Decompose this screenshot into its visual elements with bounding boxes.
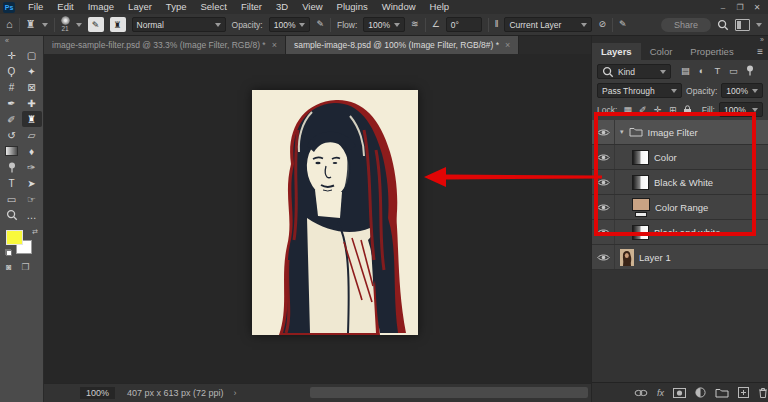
zoom-level-field[interactable]: 100%	[80, 387, 115, 399]
layer-row-image-filter[interactable]: ▾Image Filter	[592, 120, 768, 145]
link-layers-icon[interactable]	[634, 389, 648, 397]
layer-thumbnail[interactable]	[632, 175, 649, 190]
lock-position-icon[interactable]: ✛	[651, 105, 664, 115]
active-tool-icon[interactable]: ♜	[26, 19, 36, 30]
visibility-toggle[interactable]	[592, 145, 615, 169]
dodge-tool[interactable]	[2, 159, 22, 175]
blend-mode-select[interactable]: Normal	[132, 17, 226, 32]
quick-mask-button[interactable]: ◙	[6, 262, 11, 272]
filter-toggle-icon[interactable]	[743, 65, 756, 78]
healing-brush-tool[interactable]: ✚	[22, 95, 42, 111]
canvas-pasteboard[interactable]	[44, 54, 592, 384]
zoom-tool[interactable]	[2, 207, 22, 223]
layer-thumbnail[interactable]	[632, 225, 649, 240]
screen-mode-button[interactable]: ❐	[21, 262, 29, 272]
opacity-field[interactable]: 100%	[269, 17, 311, 32]
chevron-down-icon[interactable]	[76, 23, 82, 27]
filter-type-layers-icon[interactable]: T	[711, 65, 724, 78]
visibility-toggle[interactable]	[592, 220, 615, 244]
panel-tab-layers[interactable]: Layers	[592, 43, 641, 60]
brush-settings-panel-button[interactable]: ✎	[88, 17, 104, 32]
pressure-opacity-icon[interactable]: ✎	[316, 20, 324, 29]
visibility-toggle[interactable]	[592, 245, 615, 269]
eraser-tool[interactable]: ▱	[22, 127, 42, 143]
canvas-image[interactable]	[252, 90, 418, 335]
default-colors-icon[interactable]	[5, 249, 12, 256]
opacity-field[interactable]: 100%	[721, 83, 763, 98]
new-adjustment-layer-icon[interactable]	[695, 387, 706, 398]
filter-pixel-layers-icon[interactable]: ▤	[679, 65, 692, 78]
blend-mode-select[interactable]: Pass Through	[597, 83, 682, 98]
panel-tab-color[interactable]: Color	[641, 43, 682, 60]
chevron-down-icon[interactable]	[756, 23, 762, 27]
lock-transparency-icon[interactable]: ▦	[621, 105, 634, 115]
airbrush-icon[interactable]: ≋	[411, 20, 419, 29]
mask-thumbnail[interactable]	[635, 212, 647, 217]
add-mask-icon[interactable]	[673, 388, 686, 398]
restore-button[interactable]: ❐	[732, 1, 748, 14]
menu-item-file[interactable]: File	[21, 0, 50, 14]
chevron-down-icon[interactable]	[42, 23, 48, 27]
menu-item-view[interactable]: View	[295, 0, 329, 14]
lasso-tool[interactable]: Ϙ	[2, 63, 22, 79]
visibility-toggle[interactable]	[592, 120, 615, 144]
flow-field[interactable]: 100%	[363, 17, 405, 32]
menu-item-select[interactable]: Select	[193, 0, 233, 14]
delete-layer-icon[interactable]	[758, 387, 768, 398]
layer-filter-select[interactable]: Kind	[597, 64, 671, 79]
angle-field[interactable]: 0°	[446, 17, 482, 32]
type-tool[interactable]: T	[2, 175, 22, 191]
layer-thumbnail[interactable]	[632, 150, 649, 165]
menu-item-filter[interactable]: Filter	[234, 0, 269, 14]
lock-all-icon[interactable]	[681, 105, 694, 115]
hand-tool[interactable]: ☞	[22, 191, 42, 207]
expand-icon[interactable]: ▾	[620, 128, 624, 136]
layer-thumbnail[interactable]	[632, 198, 650, 217]
menu-item-image[interactable]: Image	[81, 0, 121, 14]
aligned-toggle-icon[interactable]: ‖	[495, 20, 499, 29]
status-expand-icon[interactable]: ›	[234, 388, 237, 398]
clone-source-panel-button[interactable]: ♜	[110, 17, 126, 32]
filter-adjustment-layers-icon[interactable]: ◐	[695, 65, 708, 78]
shape-tool[interactable]: ▭	[2, 191, 22, 207]
new-group-icon[interactable]	[715, 388, 729, 398]
history-brush-tool[interactable]: ↺	[2, 127, 22, 143]
menu-item-3d[interactable]: 3D	[269, 0, 295, 14]
eyedropper-tool[interactable]: ✒	[2, 95, 22, 111]
sample-select[interactable]: Current Layer	[504, 17, 592, 32]
tab-close-icon[interactable]: ×	[272, 40, 277, 50]
minimize-button[interactable]: –	[715, 1, 731, 14]
fill-field[interactable]: 100%	[719, 102, 763, 117]
collapse-tools-icon[interactable]: «	[0, 37, 43, 47]
path-selection-tool[interactable]: ➤	[22, 175, 42, 191]
workspace-icon[interactable]	[735, 19, 750, 31]
clone-stamp-tool[interactable]: ♜	[22, 111, 42, 127]
tab-close-icon[interactable]: ×	[505, 40, 510, 50]
menu-item-help[interactable]: Help	[423, 0, 457, 14]
new-layer-icon[interactable]	[738, 387, 749, 398]
menu-item-type[interactable]: Type	[159, 0, 194, 14]
menu-item-plugins[interactable]: Plugins	[330, 0, 375, 14]
document-tab[interactable]: image-sample-filter.psd @ 33.3% (Image F…	[44, 36, 286, 54]
lock-artboard-icon[interactable]: ⊞	[666, 105, 679, 115]
layer-row-black-white[interactable]: Black & White	[592, 170, 768, 195]
gradient-tool[interactable]	[2, 143, 22, 159]
blur-tool[interactable]: ♦	[22, 143, 42, 159]
close-button[interactable]: ✕	[749, 1, 765, 14]
menu-item-window[interactable]: Window	[375, 0, 423, 14]
crop-tool[interactable]: #	[2, 79, 22, 95]
move-tool[interactable]: ✛	[2, 47, 22, 63]
ignore-adjustment-layers-icon[interactable]: ⊘	[598, 20, 606, 29]
layer-row-color-range[interactable]: Color Range	[592, 195, 768, 220]
panel-tab-properties[interactable]: Properties	[681, 43, 742, 60]
layer-row-layer-1[interactable]: Layer 1	[592, 245, 768, 270]
panel-menu-icon[interactable]: ≡	[757, 46, 763, 57]
frame-tool[interactable]: ⊠	[22, 79, 42, 95]
pen-tool[interactable]: ✑	[22, 159, 42, 175]
lock-paint-icon[interactable]: ✐	[636, 105, 649, 115]
document-tab[interactable]: sample-image-8.psd @ 100% (Image Filter,…	[286, 36, 519, 54]
edit-toolbar[interactable]: …	[22, 207, 42, 223]
swap-colors-icon[interactable]: ⇄	[32, 228, 38, 236]
layer-row-black-and-white[interactable]: Black and white	[592, 220, 768, 245]
collapse-panels-icon[interactable]: »	[592, 36, 768, 43]
